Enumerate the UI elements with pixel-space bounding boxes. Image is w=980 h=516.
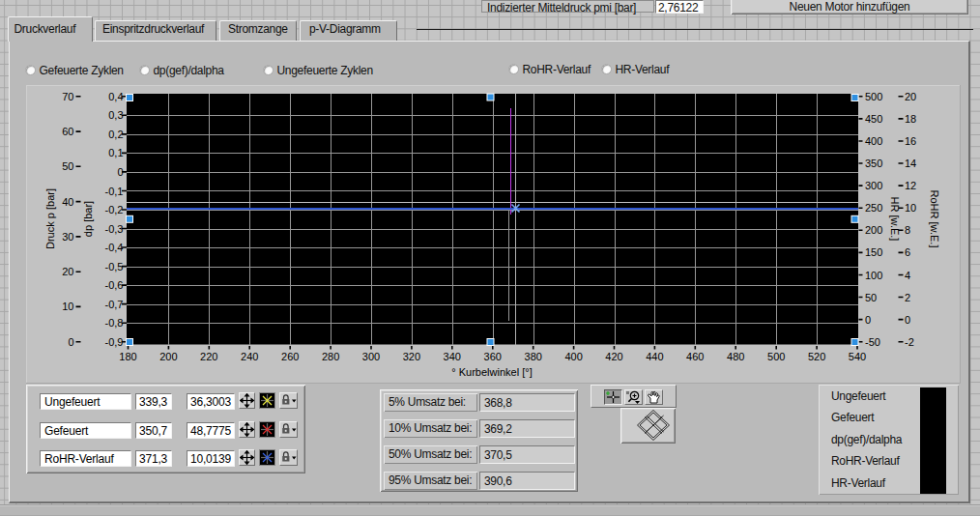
- svg-text:250: 250: [865, 202, 882, 214]
- svg-text:-0,6: -0,6: [105, 279, 124, 291]
- svg-text:0,2: 0,2: [108, 129, 123, 140]
- svg-text:-0,4: -0,4: [105, 242, 124, 253]
- svg-text:440: 440: [646, 351, 663, 362]
- svg-text:220: 220: [200, 351, 217, 362]
- svg-text:350: 350: [865, 158, 882, 169]
- svg-text:-0,7: -0,7: [105, 299, 124, 310]
- svg-text:-0,5: -0,5: [105, 261, 124, 272]
- svg-text:400: 400: [564, 351, 582, 362]
- svg-text:500: 500: [865, 91, 882, 102]
- svg-text:0,1: 0,1: [108, 147, 123, 158]
- svg-text:320: 320: [403, 351, 420, 362]
- svg-text:10: 10: [62, 301, 73, 312]
- svg-text:460: 460: [686, 351, 704, 362]
- svg-text:200: 200: [865, 224, 882, 236]
- svg-text:60: 60: [62, 126, 73, 137]
- svg-text:50: 50: [865, 292, 877, 303]
- svg-text:20: 20: [905, 91, 916, 102]
- svg-text:380: 380: [525, 351, 542, 362]
- svg-text:8: 8: [905, 224, 910, 236]
- svg-text:14: 14: [905, 158, 916, 169]
- svg-text:420: 420: [605, 351, 622, 362]
- svg-text:300: 300: [362, 351, 380, 362]
- svg-text:70: 70: [62, 91, 73, 102]
- svg-text:dp [bar]: dp [bar]: [82, 201, 94, 237]
- svg-text:-0,9: -0,9: [105, 336, 124, 348]
- svg-text:500: 500: [767, 351, 785, 362]
- svg-text:100: 100: [865, 270, 882, 281]
- svg-text:0: 0: [905, 314, 910, 326]
- svg-text:40: 40: [62, 196, 73, 208]
- svg-text:260: 260: [281, 351, 299, 362]
- svg-text:0,3: 0,3: [108, 109, 123, 121]
- svg-text:-0,8: -0,8: [105, 317, 124, 329]
- svg-text:300: 300: [865, 180, 882, 191]
- svg-text:-0,2: -0,2: [105, 204, 124, 215]
- svg-text:-0,3: -0,3: [105, 223, 124, 235]
- svg-text:RoHR [w.E.]: RoHR [w.E.]: [929, 190, 940, 248]
- svg-text:0,4: 0,4: [108, 91, 123, 102]
- svg-text:Druck p [bar]: Druck p [bar]: [44, 188, 56, 249]
- svg-text:-50: -50: [865, 336, 880, 348]
- svg-text:360: 360: [484, 351, 502, 362]
- svg-text:450: 450: [865, 113, 882, 125]
- svg-text:10: 10: [905, 202, 916, 214]
- svg-text:200: 200: [159, 351, 177, 362]
- svg-text:4: 4: [905, 270, 910, 281]
- svg-text:° Kurbelwinkel [°]: ° Kurbelwinkel [°]: [451, 366, 532, 378]
- svg-text:280: 280: [322, 351, 339, 362]
- svg-text:180: 180: [119, 351, 136, 362]
- svg-text:20: 20: [62, 266, 73, 277]
- svg-text:150: 150: [865, 246, 882, 258]
- svg-text:240: 240: [241, 351, 258, 362]
- svg-text:6: 6: [905, 246, 910, 258]
- svg-text:480: 480: [727, 351, 744, 362]
- svg-text:0: 0: [117, 166, 123, 178]
- svg-text:540: 540: [849, 351, 866, 362]
- svg-text:18: 18: [905, 113, 916, 125]
- svg-text:2: 2: [905, 292, 910, 303]
- svg-text:16: 16: [905, 135, 916, 147]
- svg-text:340: 340: [444, 351, 461, 362]
- svg-text:-2: -2: [905, 336, 914, 348]
- svg-text:HR [w.E.]: HR [w.E.]: [889, 197, 901, 242]
- svg-text:50: 50: [62, 160, 73, 172]
- svg-text:0: 0: [68, 336, 73, 348]
- svg-text:30: 30: [62, 231, 73, 243]
- svg-text:-0,1: -0,1: [105, 186, 124, 197]
- svg-text:520: 520: [808, 351, 825, 362]
- svg-text:400: 400: [865, 135, 882, 147]
- svg-text:0: 0: [865, 314, 871, 326]
- svg-text:12: 12: [905, 180, 916, 191]
